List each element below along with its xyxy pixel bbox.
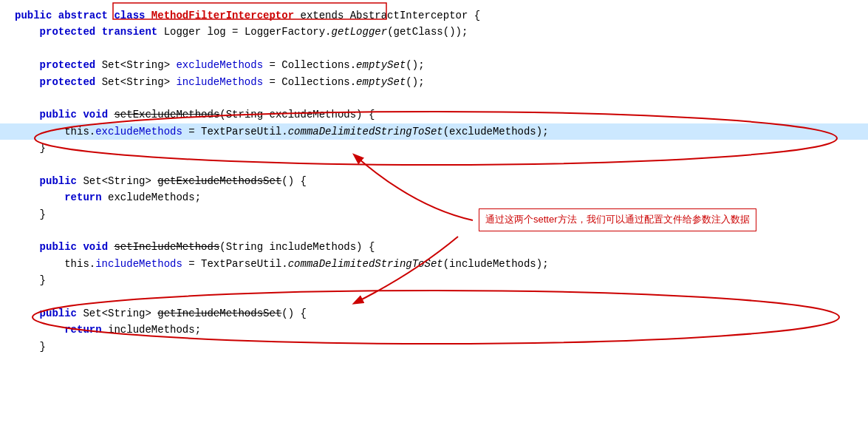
code-line-18 <box>0 289 868 305</box>
code-line-3 <box>0 41 868 57</box>
code-line-8: this.excludeMethods = TextParseUtil.comm… <box>0 123 868 140</box>
code-line-19: public Set<String> getIncludeMethodsSet(… <box>0 305 868 322</box>
code-line-6 <box>0 90 868 106</box>
code-line-1: public abstract class MethodFilterInterc… <box>0 7 868 24</box>
code-viewer: public abstract class MethodFilterInterc… <box>0 0 868 362</box>
code-line-16: this.includeMethods = TextParseUtil.comm… <box>0 256 868 272</box>
code-line-14 <box>0 223 868 239</box>
code-line-7: public void setExcludeMethods(String exc… <box>0 106 868 123</box>
code-line-12: return excludeMethods; <box>0 189 868 206</box>
code-line-9: } <box>0 140 868 156</box>
code-line-17: } <box>0 272 868 288</box>
code-line-15: public void setIncludeMethods(String inc… <box>0 239 868 255</box>
code-line-2: protected transient Logger log = LoggerF… <box>0 24 868 40</box>
code-line-4: protected Set<String> excludeMethods = C… <box>0 57 868 73</box>
code-line-5: protected Set<String> includeMethods = C… <box>0 74 868 90</box>
code-line-21: } <box>0 339 868 355</box>
code-line-13: } <box>0 206 868 223</box>
code-line-10 <box>0 157 868 173</box>
code-line-20: return includeMethods; <box>0 322 868 338</box>
code-line-11: public Set<String> getExcludeMethodsSet(… <box>0 173 868 189</box>
